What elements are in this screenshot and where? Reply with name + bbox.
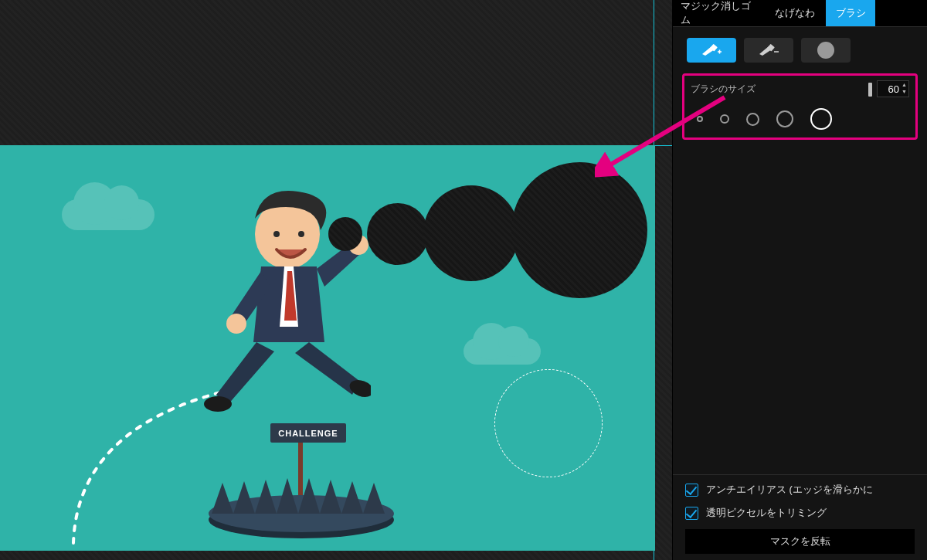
invert-mask-button[interactable]: マスクを反転 [685,529,915,554]
svg-marker-17 [363,483,385,514]
brush-preset-m[interactable] [746,113,759,126]
tab-magic-eraser[interactable]: マジック消しゴム [673,0,764,26]
brush-stroke [328,217,362,251]
svg-rect-7 [298,439,303,504]
brush-stroke [423,185,519,281]
brush-plus-icon [701,43,722,57]
sidebar: マジック消しゴム なげなわ ブラシ [672,0,927,560]
brush-size-slider[interactable] [760,84,872,93]
svg-point-1 [273,231,280,237]
svg-point-2 [298,231,304,237]
svg-point-3 [226,314,246,334]
checkbox-checked-icon [685,507,698,520]
brush-preset-xl[interactable] [810,108,832,130]
stepper[interactable]: ▲▼ [901,82,908,96]
tab-brush[interactable]: ブラシ [826,0,875,26]
brush-size-value: 60 [888,83,899,95]
brush-stroke [367,203,429,265]
tab-lasso[interactable]: なげなわ [764,0,826,26]
svg-point-5 [204,396,232,412]
brush-minus-icon [758,43,779,57]
tool-tabs: マジック消しゴム なげなわ ブラシ [673,0,927,26]
svg-marker-11 [233,481,255,514]
antialias-label: アンチエイリアス (エッジを滑らかに [706,483,873,497]
checkbox-checked-icon [685,484,698,497]
brush-size-label: ブラシのサイズ [691,83,756,96]
brush-preset-xs[interactable] [697,116,703,122]
cloud-illustration [464,338,541,365]
svg-marker-10 [212,483,233,514]
circle-icon [817,42,834,59]
trim-label: 透明ピクセルをトリミング [706,506,827,520]
brush-stroke [511,162,647,298]
canvas-area[interactable]: CHALLENGE [0,0,672,560]
brush-size-presets [691,108,909,130]
slider-thumb[interactable] [868,83,872,97]
image-layer[interactable]: CHALLENGE [0,145,655,551]
brush-subtract-mode[interactable] [744,38,793,63]
brush-size-input[interactable]: 60 ▲▼ [877,80,909,97]
trim-transparent-checkbox[interactable]: 透明ピクセルをトリミング [685,506,915,520]
antialias-checkbox[interactable]: アンチエイリアス (エッジを滑らかに [685,483,915,497]
brush-add-mode[interactable] [687,38,736,63]
invert-mask-label: マスクを反転 [770,535,830,548]
brush-preset-s[interactable] [720,114,729,124]
brush-preset-l[interactable] [776,110,793,127]
brush-round-mode[interactable] [801,38,851,63]
brush-mode-group [687,38,913,63]
sign-label: CHALLENGE [270,423,346,443]
brush-size-panel: ブラシのサイズ 60 ▲▼ [682,73,918,140]
cloud-illustration [62,199,154,230]
brush-cursor-preview [494,369,603,477]
